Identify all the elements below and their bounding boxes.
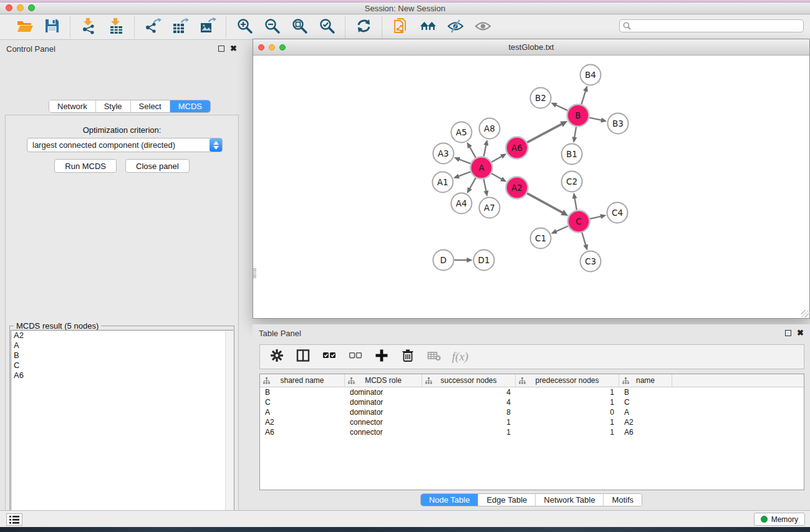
graph-edge[interactable] bbox=[491, 156, 503, 162]
network-minimize-button[interactable] bbox=[269, 44, 275, 51]
window-controls bbox=[6, 4, 35, 11]
open-session-button[interactable] bbox=[15, 18, 34, 37]
show-all-button[interactable] bbox=[473, 18, 492, 37]
mcds-result-item[interactable]: C bbox=[11, 360, 233, 370]
memory-button[interactable]: Memory bbox=[754, 513, 805, 526]
zoom-selected-button[interactable] bbox=[317, 18, 336, 37]
network-window-titlebar[interactable]: testGlobe.txt bbox=[253, 39, 809, 56]
create-column-button[interactable] bbox=[374, 349, 390, 365]
close-panel-button[interactable]: Close panel bbox=[125, 159, 190, 173]
graph-edge[interactable] bbox=[574, 197, 577, 210]
table-row[interactable]: Adominator80A bbox=[260, 407, 804, 417]
tab-network[interactable]: Network bbox=[49, 100, 96, 112]
close-panel-icon[interactable]: ✖ bbox=[230, 46, 237, 52]
mcds-result-item[interactable]: A2 bbox=[11, 331, 233, 341]
network-canvas[interactable]: B4B2BB3A8A5A6A3B1AC2A1A2A4A7C4CC1C3DD1 bbox=[253, 56, 809, 318]
mcds-result-item[interactable]: B bbox=[11, 351, 233, 360]
tab-node-table[interactable]: Node Table bbox=[421, 494, 479, 506]
graph-edge[interactable] bbox=[527, 193, 563, 213]
delete-table-button[interactable] bbox=[426, 349, 442, 365]
select-all-columns-button[interactable] bbox=[321, 349, 337, 365]
tab-motifs[interactable]: Motifs bbox=[604, 494, 642, 506]
float-table-panel-icon[interactable] bbox=[785, 330, 791, 336]
run-mcds-button[interactable]: Run MCDS bbox=[54, 159, 117, 173]
import-network-button[interactable] bbox=[79, 18, 98, 37]
column-header-name[interactable]: name bbox=[619, 374, 672, 387]
task-history-button[interactable] bbox=[6, 513, 22, 526]
table-row[interactable]: Cdominator41C bbox=[260, 397, 804, 407]
table-cell: A2 bbox=[260, 418, 345, 427]
zoom-in-button[interactable] bbox=[235, 18, 254, 37]
graph-edge[interactable] bbox=[555, 105, 567, 110]
export-table-button[interactable] bbox=[171, 18, 190, 37]
table-options-button[interactable] bbox=[269, 349, 285, 365]
apply-layout-button[interactable] bbox=[354, 18, 373, 37]
graph-edge[interactable] bbox=[590, 216, 602, 219]
toolbar-group bbox=[226, 18, 345, 37]
graph-edge[interactable] bbox=[469, 178, 475, 190]
graph-edge[interactable] bbox=[458, 172, 471, 177]
table-row[interactable]: A2connector11A2 bbox=[260, 417, 804, 427]
minimize-window-button[interactable] bbox=[17, 4, 24, 11]
hide-selected-button[interactable] bbox=[446, 18, 465, 37]
table-row[interactable]: A6connector11A6 bbox=[260, 427, 804, 437]
tab-network-table[interactable]: Network Table bbox=[536, 494, 604, 506]
new-network-from-file-button[interactable] bbox=[391, 18, 410, 37]
table-cell: A6 bbox=[619, 428, 672, 437]
add-icon bbox=[375, 349, 388, 365]
close-window-button[interactable] bbox=[6, 4, 12, 11]
window-resize-grip[interactable] bbox=[801, 310, 809, 317]
delete-column-button[interactable] bbox=[400, 349, 416, 365]
graph-edge[interactable] bbox=[527, 123, 562, 142]
column-header-MCDS-role[interactable]: MCDS role bbox=[345, 374, 422, 387]
edge-arrowhead bbox=[484, 190, 489, 196]
close-table-panel-icon[interactable]: ✖ bbox=[797, 330, 804, 336]
graph-edge[interactable] bbox=[555, 226, 568, 231]
graph-edge[interactable] bbox=[582, 233, 586, 246]
save-session-button[interactable] bbox=[42, 18, 61, 37]
column-header-predecessor-nodes[interactable]: predecessor nodes bbox=[516, 374, 619, 387]
column-header-shared-name[interactable]: shared name bbox=[260, 374, 345, 387]
network-close-button[interactable] bbox=[258, 44, 264, 51]
export-network-button[interactable] bbox=[143, 18, 162, 37]
graph-edge[interactable] bbox=[484, 179, 486, 192]
tab-style[interactable]: Style bbox=[96, 100, 131, 112]
graph-edge[interactable] bbox=[458, 159, 471, 163]
network-zoom-button[interactable] bbox=[279, 44, 286, 51]
tab-select[interactable]: Select bbox=[131, 100, 170, 112]
function-builder-button[interactable]: f(x) bbox=[452, 349, 468, 365]
zoom-window-button[interactable] bbox=[28, 4, 35, 11]
graph-edge[interactable] bbox=[484, 144, 486, 157]
home-button[interactable] bbox=[418, 18, 437, 37]
mcds-result-item[interactable]: A6 bbox=[11, 370, 233, 380]
graph-edge[interactable] bbox=[469, 146, 475, 158]
canvas-left-grip[interactable] bbox=[253, 268, 256, 278]
table-cell: connector bbox=[345, 418, 422, 427]
show-columns-button[interactable] bbox=[295, 349, 311, 365]
network-graph[interactable]: B4B2BB3A8A5A6A3B1AC2A1A2A4A7C4CC1C3DD1 bbox=[253, 56, 809, 318]
mcds-result-item[interactable]: A bbox=[11, 341, 233, 351]
search-input[interactable] bbox=[619, 19, 804, 32]
optimization-criterion-dropdown[interactable]: largest connected component (directed) bbox=[27, 138, 223, 152]
zoom-out-icon bbox=[264, 17, 281, 37]
column-header-successor-nodes[interactable]: successor nodes bbox=[422, 374, 516, 387]
window-title: Session: New Session bbox=[365, 4, 445, 13]
table-cell: A bbox=[260, 408, 345, 417]
mcds-result-scrollbar[interactable] bbox=[225, 331, 233, 532]
graph-edge[interactable] bbox=[581, 90, 586, 104]
zoom-fit-button[interactable] bbox=[290, 18, 309, 37]
graph-edge[interactable] bbox=[491, 173, 503, 180]
deselect-all-columns-button[interactable] bbox=[347, 349, 364, 365]
mcds-result-list[interactable]: A2ABCA6 bbox=[11, 330, 233, 532]
tab-mcds[interactable]: MCDS bbox=[170, 100, 210, 112]
table-row[interactable]: Bdominator41B bbox=[260, 387, 804, 397]
float-panel-icon[interactable] bbox=[218, 46, 224, 52]
zoom-out-button[interactable] bbox=[263, 18, 281, 37]
tab-edge-table[interactable]: Edge Table bbox=[478, 494, 536, 506]
graph-edge[interactable] bbox=[589, 118, 602, 120]
import-table-button[interactable] bbox=[107, 18, 125, 37]
toolbar-group bbox=[70, 18, 134, 37]
export-image-button[interactable] bbox=[198, 18, 217, 37]
graph-edge[interactable] bbox=[574, 127, 576, 138]
memory-status-icon bbox=[761, 516, 768, 523]
